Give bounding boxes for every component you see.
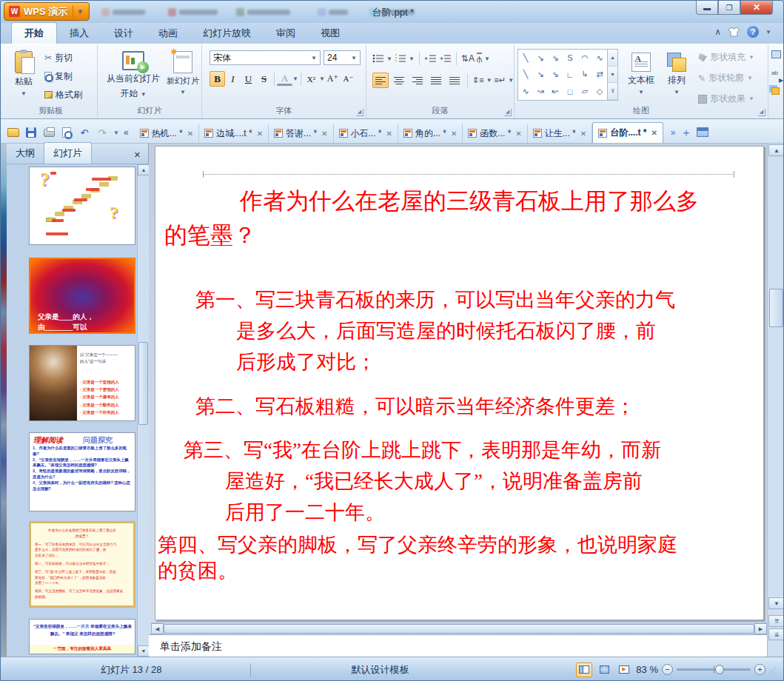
format-painter-button[interactable]: 格式刷 (44, 87, 82, 102)
notes-placeholder[interactable]: 单击添加备注 (160, 640, 222, 652)
normal-view-button[interactable] (576, 662, 592, 677)
zoom-slider-thumb[interactable] (715, 665, 724, 674)
underline-button[interactable]: U (241, 71, 256, 87)
bullet-list-icon[interactable] (372, 54, 384, 64)
doc-tab[interactable]: 边城....t *✕ (199, 124, 269, 143)
doc-tab[interactable]: 函数... *✕ (463, 124, 527, 143)
collapse-tabs-icon[interactable]: « (124, 127, 129, 138)
tab-slideshow[interactable]: 幻灯片放映 (190, 23, 264, 44)
shape-line-icon[interactable]: ╲ (518, 50, 533, 67)
shape-scribble-icon[interactable]: ∿ (592, 50, 607, 67)
curved-connector-icon[interactable]: ∿ (518, 83, 533, 100)
play-from-current-button[interactable]: ▶ 从当前幻灯片 开始 ▼ (101, 47, 166, 100)
tab-home[interactable]: 开始 (11, 22, 57, 44)
font-color-dropdown[interactable]: ▼ (292, 76, 298, 82)
zoom-slider[interactable] (677, 668, 751, 671)
skin-theme-icon[interactable] (728, 27, 740, 37)
elbow-arrow-icon[interactable]: ↳ (577, 67, 592, 84)
panel-scrollbar[interactable]: ▲ ▼ (137, 164, 149, 657)
text-direction-icon[interactable]: ⇅A (461, 53, 475, 64)
doc-tab[interactable]: 角的... *✕ (398, 124, 463, 143)
close-panel-icon[interactable]: ✕ (127, 147, 148, 164)
close-tab-icon[interactable]: ✕ (651, 129, 657, 137)
scrollbar-thumb[interactable] (138, 342, 148, 425)
align-left-button[interactable] (372, 73, 389, 88)
shape-effects-button[interactable]: 形状效果▼ (698, 92, 754, 106)
expand-arrow-icon[interactable]: ▶ (779, 77, 783, 84)
window-split-icon[interactable] (697, 127, 708, 137)
help-icon[interactable]: ? (747, 26, 759, 38)
elbow-double-icon[interactable]: ⇄ (592, 67, 607, 84)
shape-curve-icon[interactable]: S (563, 50, 577, 67)
tab-view[interactable]: 视图 (308, 23, 352, 44)
doc-tab[interactable]: 小石... *✕ (334, 124, 398, 143)
slide-body-line[interactable]: 后形成了对比； (236, 349, 376, 375)
design-template[interactable]: 默认设计模板 (351, 663, 409, 677)
shape-trapezoid-icon[interactable]: ◇ (592, 83, 607, 100)
paragraph-spacing-icon[interactable]: ≡↵ (495, 76, 506, 85)
shape-parallelogram-icon[interactable]: ▱ (577, 83, 592, 100)
previous-slide-icon[interactable]: ⇈ (768, 615, 784, 627)
superscript-dropdown[interactable]: ▼ (319, 76, 325, 82)
text-orientation-icon[interactable]: ⫛ (477, 53, 482, 64)
font-color-button[interactable]: A (277, 73, 292, 86)
slide-body-line[interactable]: 后用了一二十年。 (225, 499, 385, 526)
shape-fill-button[interactable]: 形状填充▼ (698, 50, 754, 64)
find-icon[interactable] (771, 50, 781, 58)
new-slide-button[interactable]: 新幻灯片▼ (166, 47, 200, 95)
paragraph-dialog-launcher[interactable]: ◢ (504, 109, 512, 116)
next-slide-icon[interactable]: ⇊ (768, 628, 784, 640)
slide-body-line[interactable]: 屋造好，“我已经长大成人了”，说明准备盖房前 (225, 468, 643, 494)
slide-title-line[interactable]: 作者为什么在老屋的三级青石板上用了那么多 (240, 186, 699, 217)
font-size-combo[interactable]: 24▼ (324, 50, 361, 65)
doc-tab[interactable]: 让生... *✕ (528, 124, 592, 143)
close-tab-icon[interactable]: ✕ (187, 130, 193, 138)
replace-icon[interactable]: ab (771, 70, 778, 76)
title-placeholder-border[interactable] (203, 174, 734, 180)
scroll-up-icon[interactable]: ▲ (768, 144, 784, 156)
align-center-button[interactable] (391, 73, 407, 88)
connector-double-icon[interactable]: ⇘ (548, 67, 563, 84)
scroll-up-icon[interactable]: ▲ (138, 164, 150, 175)
open-icon[interactable] (7, 127, 20, 138)
toolbar-dropdown-icon[interactable]: ▼ (113, 130, 119, 136)
shape-rectangle-icon[interactable]: □ (563, 83, 577, 100)
textbox-button[interactable]: 文本框▼ (624, 49, 658, 95)
print-icon[interactable] (42, 127, 56, 138)
shape-freeform-icon[interactable]: ◠ (577, 50, 592, 67)
close-tab-icon[interactable]: ✕ (515, 130, 521, 138)
chevron-down-icon[interactable]: ▼ (484, 56, 490, 62)
slide-body-line[interactable]: 第三、写“我”在台阶上跳上跳下，表明那是年幼，而新 (184, 437, 661, 463)
decrease-indent-icon[interactable] (424, 54, 437, 64)
slide-thumbnail-11[interactable]: 11 ≤☆ 以“父亲是一个——— 的人”说一句话 · 父亲是一个坚强的人 · 父… (29, 345, 135, 421)
scroll-tabs-right-icon[interactable]: » (671, 127, 676, 138)
slideshow-button[interactable] (616, 662, 632, 677)
scroll-left-icon[interactable]: ◀ (151, 623, 164, 634)
line-spacing-icon[interactable]: ⇕≡ (472, 76, 484, 85)
doc-tab[interactable]: 热机... *✕ (135, 124, 199, 143)
slide-body-line[interactable]: 是多么大，后面写造屋的时候托石板闪了腰，前 (236, 318, 656, 344)
slide-thumbnail-12[interactable]: 12 ≤☆ 理解阅读 问题探究 1、作者为什么在老屋的三级青石板上用了那么多的笔… (29, 432, 135, 511)
scroll-right-icon[interactable]: ▶ (754, 623, 767, 634)
scroll-down-icon[interactable]: ▼ (138, 645, 150, 657)
print-preview-icon[interactable] (60, 127, 73, 138)
arrange-button[interactable]: 排列▼ (661, 49, 692, 95)
copy-button[interactable]: 复制 (44, 69, 73, 84)
scroll-down-icon[interactable]: ▼ (768, 597, 784, 609)
gallery-down-icon[interactable]: ▼ (608, 67, 617, 84)
redo-icon[interactable]: ↷ (96, 127, 109, 138)
new-document-icon[interactable]: + (683, 126, 690, 138)
slide-thumbnail-10[interactable]: 10 ≤☆ 父亲是____的人， 由________可以 看出。 (29, 258, 135, 334)
slide-body-line[interactable]: 的贫困。 (158, 557, 238, 584)
scrollbar-thumb[interactable] (164, 624, 754, 634)
slide-thumbnail-14[interactable]: 14 ≤☆ “父亲坐在绿荫里，……一片片 旱烟雾在父亲头上飘来飘去。” 表现父 … (29, 619, 135, 654)
drawing-dialog-launcher[interactable]: ◢ (758, 109, 765, 116)
shape-arrow-icon[interactable]: ↘ (533, 50, 548, 67)
shape-double-arrow-icon[interactable]: ⇘ (548, 50, 563, 67)
align-right-button[interactable] (409, 73, 426, 88)
connector-line-icon[interactable]: ╲ (518, 67, 533, 84)
increase-indent-icon[interactable] (439, 54, 452, 64)
chevron-down-icon[interactable]: ▼ (765, 29, 771, 36)
close-tab-icon[interactable]: ✕ (386, 130, 392, 138)
zoom-percent[interactable]: 83 % (636, 664, 658, 675)
